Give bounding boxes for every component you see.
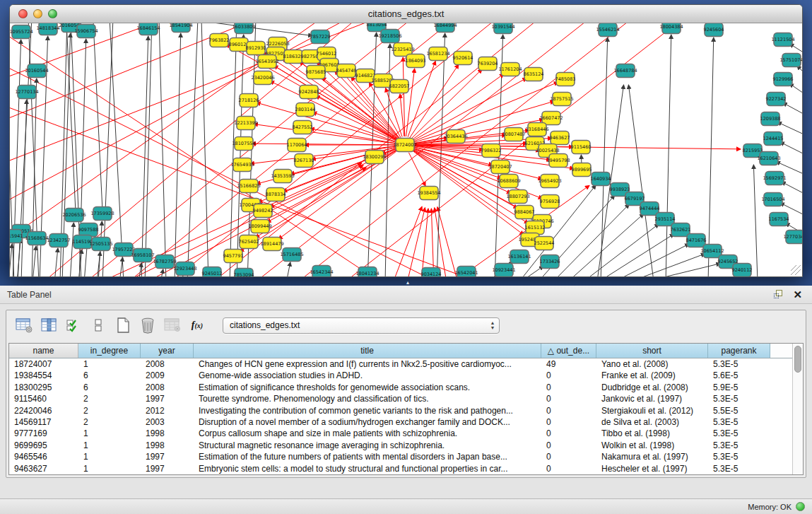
network-node[interactable]: 8267130 bbox=[294, 154, 314, 168]
table-cell[interactable]: 6 bbox=[78, 382, 141, 393]
red-edge[interactable] bbox=[437, 207, 458, 276]
select-columns-icon[interactable] bbox=[64, 316, 83, 334]
table-scrollbar[interactable] bbox=[792, 344, 803, 474]
table-row[interactable]: 946554611997Estimation of the future num… bbox=[9, 451, 792, 462]
table-cell[interactable]: Investigating the contribution of common… bbox=[194, 405, 541, 416]
black-edge[interactable] bbox=[70, 223, 73, 276]
network-node[interactable]: 9498242 bbox=[253, 204, 273, 218]
network-node[interactable]: 16136141 bbox=[507, 250, 531, 264]
black-edge[interactable] bbox=[753, 165, 758, 276]
table-cell[interactable]: 14569117 bbox=[9, 416, 78, 428]
column-header-title[interactable]: title bbox=[194, 344, 541, 358]
panel-divider-handle[interactable]: ▴ bbox=[403, 280, 413, 286]
table-cell[interactable]: 5.3E-5 bbox=[708, 428, 770, 439]
network-node[interactable]: 2522544 bbox=[534, 237, 555, 250]
table-cell[interactable]: Franke et al. (2009) bbox=[596, 370, 708, 381]
table-cell[interactable]: 1 bbox=[78, 463, 141, 474]
table-row[interactable]: 1872400712008Changes of HCN gene express… bbox=[9, 358, 792, 370]
network-node[interactable]: 9245604 bbox=[704, 23, 724, 37]
network-node[interactable]: 16033809 bbox=[232, 23, 255, 34]
table-cell[interactable]: Nakamura et al. (1997) bbox=[596, 451, 708, 462]
black-edge[interactable] bbox=[65, 23, 76, 212]
table-cell[interactable]: 5.3E-5 bbox=[708, 440, 770, 451]
network-node[interactable]: 16846154 bbox=[136, 23, 160, 35]
table-cell[interactable]: 5.6E-5 bbox=[708, 370, 770, 381]
black-edge[interactable] bbox=[782, 182, 802, 197]
table-cell[interactable]: 1 bbox=[78, 428, 141, 439]
network-window-titlebar[interactable]: citations_edges.txt bbox=[10, 5, 802, 23]
table-row[interactable]: 969969511998Structural magnetic resonanc… bbox=[9, 440, 792, 451]
network-node[interactable]: 9457791 bbox=[223, 250, 244, 263]
table-cell[interactable]: 0 bbox=[541, 463, 596, 474]
table-cell[interactable]: 1997 bbox=[141, 451, 194, 462]
table-cell[interactable]: 1998 bbox=[141, 440, 194, 451]
network-node[interactable]: 12923448 bbox=[173, 262, 196, 276]
network-node[interactable]: 19384554 bbox=[417, 187, 440, 200]
table-cell[interactable]: Structural magnetic resonance image aver… bbox=[194, 440, 541, 451]
red-edge[interactable] bbox=[413, 147, 543, 179]
table-cell[interactable]: 1998 bbox=[141, 428, 194, 439]
network-node[interactable]: 9245012 bbox=[202, 267, 223, 277]
network-node[interactable]: 23420046 bbox=[251, 71, 274, 85]
table-cell[interactable]: 1997 bbox=[141, 393, 194, 404]
network-node[interactable]: 18541904 bbox=[169, 23, 192, 33]
column-header-out_de[interactable]: △ out_de... bbox=[541, 344, 596, 358]
table-row[interactable]: 1938455462009Genome-wide association stu… bbox=[9, 370, 792, 381]
table-row[interactable]: 911546021997Tourette syndrome. Phenomeno… bbox=[9, 393, 792, 404]
network-node[interactable]: 1170064 bbox=[287, 139, 307, 152]
network-node[interactable]: 8912930 bbox=[246, 42, 266, 55]
table-cell[interactable]: Hescheler et al. (1997) bbox=[596, 463, 708, 474]
memory-status-indicator[interactable] bbox=[796, 502, 805, 511]
network-node[interactable]: 12213399 bbox=[234, 117, 257, 130]
table-cell[interactable]: Wolkin et al. (1998) bbox=[596, 440, 708, 451]
table-cell[interactable]: 5.5E-5 bbox=[708, 405, 770, 416]
network-node[interactable]: 10688609 bbox=[497, 175, 520, 188]
black-edge[interactable] bbox=[780, 142, 802, 157]
table-cell[interactable]: 2012 bbox=[141, 405, 194, 416]
table-cell[interactable]: 1 bbox=[78, 451, 141, 462]
table-cell[interactable]: 9777169 bbox=[9, 428, 78, 439]
table-cell[interactable]: 18724007 bbox=[9, 358, 78, 370]
black-edge[interactable] bbox=[568, 214, 644, 276]
network-node[interactable]: 12342757 bbox=[47, 234, 70, 247]
network-node[interactable]: 18807293 bbox=[506, 190, 529, 204]
network-node[interactable]: 18914479 bbox=[260, 238, 283, 251]
red-edge[interactable] bbox=[431, 209, 434, 276]
network-node[interactable]: 13168446 bbox=[525, 123, 548, 136]
table-row[interactable]: 946362711997Embryonic stem cells: a mode… bbox=[9, 463, 792, 474]
network-node[interactable]: 19654923 bbox=[538, 175, 561, 188]
network-node[interactable]: 1864093 bbox=[406, 54, 426, 68]
red-edge[interactable] bbox=[410, 64, 459, 138]
network-node[interactable]: 20364436 bbox=[444, 130, 467, 144]
column-header-in_degree[interactable]: in_degree bbox=[78, 344, 141, 358]
table-cell[interactable]: 5.3E-5 bbox=[708, 451, 770, 462]
table-cell[interactable]: 19384554 bbox=[9, 370, 78, 381]
black-edge[interactable] bbox=[10, 244, 12, 276]
black-edge[interactable] bbox=[553, 204, 629, 276]
function-builder-icon[interactable]: f(x) bbox=[188, 316, 206, 334]
network-node[interactable]: 18099449 bbox=[248, 220, 271, 233]
network-node[interactable]: 16844994 bbox=[433, 23, 457, 33]
close-window-button[interactable] bbox=[18, 9, 28, 18]
network-node[interactable]: 19218506 bbox=[378, 30, 401, 43]
network-node[interactable]: 18041234 bbox=[355, 267, 379, 277]
table-row[interactable]: 977716911998Corpus callosum shape and si… bbox=[9, 428, 792, 439]
network-node[interactable]: 7963822 bbox=[209, 34, 230, 47]
network-node[interactable]: 10923441 bbox=[492, 264, 515, 277]
table-cell[interactable]: Estimation of the future numbers of pati… bbox=[194, 451, 541, 462]
column-header-year[interactable]: year bbox=[141, 344, 194, 358]
network-node[interactable]: 1615132 bbox=[525, 221, 546, 235]
red-edge[interactable] bbox=[240, 150, 398, 252]
network-node[interactable]: 9756928 bbox=[540, 195, 560, 209]
network-node[interactable]: 6822057 bbox=[389, 80, 410, 93]
table-cell[interactable]: 0 bbox=[541, 416, 596, 428]
table-cell[interactable]: Jankovic et al. (1997) bbox=[596, 393, 708, 404]
network-node[interactable]: 9227342 bbox=[766, 93, 787, 106]
network-node[interactable]: 18107554 bbox=[232, 137, 255, 151]
network-node[interactable]: 15751074 bbox=[779, 54, 802, 67]
table-options-icon[interactable] bbox=[15, 316, 33, 334]
black-edge[interactable] bbox=[141, 36, 148, 276]
network-node[interactable]: 1244415 bbox=[763, 132, 784, 146]
network-node[interactable]: 16648784 bbox=[613, 64, 637, 78]
network-node[interactable]: 9129966 bbox=[773, 73, 794, 86]
